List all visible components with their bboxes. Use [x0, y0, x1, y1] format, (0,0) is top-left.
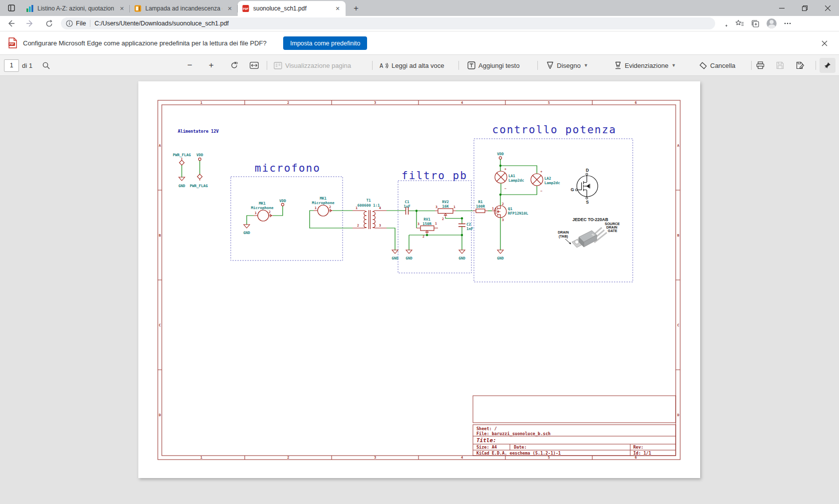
svg-text:1: 1	[435, 222, 437, 226]
wire	[387, 211, 406, 250]
url-text: C:/Users/Utente/Downloads/suonoluce_sch1…	[94, 20, 229, 27]
svg-text:4: 4	[379, 206, 381, 210]
svg-text:T1: T1	[366, 198, 371, 203]
add-text-button[interactable]: Aggiungi testo	[467, 55, 519, 76]
gnd-mic: GND	[243, 225, 250, 235]
print-icon[interactable]	[756, 55, 765, 76]
profile-avatar[interactable]	[767, 18, 777, 28]
forward-icon[interactable]	[22, 16, 38, 30]
banner-close-icon[interactable]	[819, 38, 830, 49]
svg-text:Sheet: /: Sheet: /	[476, 426, 497, 431]
component-la1: + − LA1 Lamp2dc	[495, 167, 524, 191]
svg-text:PDF: PDF	[9, 42, 14, 45]
draw-button[interactable]: Disegno ▼	[546, 55, 588, 76]
set-default-button[interactable]: Imposta come predefinito	[283, 36, 367, 50]
svg-text:KiCad E.D.A. eeschema (5.1.2-: KiCad E.D.A. eeschema (5.1.2-1)-1	[476, 451, 561, 456]
pdf-file-icon: PDF	[7, 37, 18, 48]
rotate-icon[interactable]	[230, 55, 238, 76]
junction	[499, 194, 501, 196]
svg-text:100R: 100R	[476, 204, 485, 209]
component-r1: R1 100R	[473, 200, 488, 213]
svg-text:File: baruzzi_suonoluce_b.sch: File: baruzzi_suonoluce_b.sch	[476, 431, 550, 436]
svg-text:MK1: MK1	[320, 196, 327, 201]
new-tab-button[interactable]: +	[350, 2, 363, 15]
svg-text:(TAB): (TAB)	[559, 235, 568, 239]
svg-text:Lamp2dc: Lamp2dc	[544, 181, 560, 185]
draw-label: Disegno	[557, 62, 581, 69]
svg-text:Size: A4: Size: A4	[476, 445, 497, 450]
info-icon[interactable]	[66, 20, 73, 27]
save-as-icon[interactable]	[796, 55, 805, 76]
highlight-button[interactable]: Evidenziazione ▼	[614, 55, 676, 76]
window-minimize-button[interactable]	[770, 0, 793, 16]
svg-text:Id: 1/1: Id: 1/1	[633, 451, 651, 456]
svg-text:DRAIN: DRAIN	[606, 226, 617, 229]
svg-text:1: 1	[315, 206, 317, 210]
svg-text:GND: GND	[178, 184, 185, 188]
tab-lampada[interactable]: Lampada ad incandescenza dim ✕	[130, 1, 238, 16]
svg-text:1nF: 1nF	[466, 227, 473, 231]
svg-text:1: 1	[255, 211, 257, 215]
tab-close-icon[interactable]: ✕	[118, 4, 126, 12]
svg-text:3: 3	[374, 101, 376, 105]
fit-to-width-icon[interactable]	[250, 55, 259, 76]
svg-text:5: 5	[548, 456, 550, 460]
svg-text:Microphone: Microphone	[251, 206, 274, 210]
add-favorite-star-icon[interactable]	[720, 19, 729, 28]
pin-toolbar-icon[interactable]	[820, 58, 836, 73]
tab-actions-menu-icon[interactable]	[4, 0, 19, 15]
url-field[interactable]: File C:/Users/Utente/Downloads/suonoluce…	[61, 17, 715, 29]
svg-text:2: 2	[287, 101, 289, 105]
svg-text:S: S	[586, 200, 589, 205]
svg-text:2: 2	[442, 217, 444, 221]
tab-title: Lampada ad incandescenza dim	[145, 5, 222, 12]
svg-text:LA1: LA1	[508, 174, 515, 178]
svg-text:Title:: Title:	[476, 437, 496, 444]
window-restore-button[interactable]	[793, 0, 816, 16]
svg-text:−: −	[504, 187, 506, 191]
svg-text:PWR_FLAG: PWR_FLAG	[173, 153, 191, 157]
collections-icon[interactable]	[751, 19, 760, 28]
page-number-input[interactable]	[4, 59, 19, 72]
svg-text:RFP12N10L: RFP12N10L	[508, 211, 528, 216]
svg-text:DRAIN: DRAIN	[558, 231, 569, 234]
svg-text:R1: R1	[478, 200, 483, 204]
component-mk1-b: MK1 Microphone 1 2	[312, 196, 335, 216]
pwr-flag-gnd: PWR_FLAG GND	[173, 153, 191, 188]
svg-text:A: A	[159, 144, 161, 148]
tab-listino[interactable]: Listino A-Z: azioni, quotazioni, in ✕	[22, 1, 130, 16]
tab-title: Listino A-Z: azioni, quotazioni, in	[37, 5, 114, 12]
zoom-out-button[interactable]: −	[187, 55, 192, 76]
tab-close-icon[interactable]: ✕	[226, 4, 234, 12]
pdf-viewport[interactable]: 12 34 56 12 34 56 AB CD AB CD microfono …	[0, 76, 839, 504]
junction	[426, 234, 428, 236]
eraser-icon	[699, 62, 707, 69]
svg-text:3: 3	[418, 222, 420, 226]
window-close-button[interactable]	[816, 0, 839, 16]
refresh-icon[interactable]	[41, 16, 57, 30]
zoom-in-button[interactable]: +	[209, 55, 214, 76]
title-block-text: Sheet: / File: baruzzi_suonoluce_b.sch T…	[476, 426, 651, 456]
zone-labels: 12 34 56 12 34 56 AB CD AB CD	[159, 101, 680, 460]
tab-pdf-active[interactable]: PDF suonoluce_sch1.pdf ✕	[238, 1, 346, 16]
component-mk1-a: MK1 Microphone 1 2	[251, 201, 274, 221]
erase-button[interactable]: Cancella	[699, 55, 736, 76]
add-text-label: Aggiungi testo	[478, 62, 519, 69]
svg-text:+: +	[504, 167, 506, 171]
tab-close-icon[interactable]: ✕	[334, 4, 342, 12]
svg-text:Q1: Q1	[508, 207, 513, 211]
svg-text:Microphone: Microphone	[312, 201, 335, 205]
settings-ellipsis-icon[interactable]	[784, 19, 792, 27]
page-view-label[interactable]: Visualizzazione pagina	[285, 62, 351, 69]
search-icon[interactable]	[42, 62, 50, 69]
section-title-microfono: microfono	[255, 162, 321, 174]
read-aloud-button[interactable]: A Leggi ad alta voce	[380, 55, 444, 76]
svg-text:1: 1	[356, 206, 358, 210]
svg-text:3: 3	[374, 456, 376, 460]
back-icon[interactable]	[3, 16, 19, 30]
chevron-down-icon[interactable]: ▼	[671, 63, 676, 68]
svg-text:D: D	[586, 168, 589, 173]
favorites-bar-icon[interactable]	[736, 19, 744, 28]
chevron-down-icon[interactable]: ▼	[584, 63, 588, 68]
svg-text:D: D	[159, 413, 161, 417]
